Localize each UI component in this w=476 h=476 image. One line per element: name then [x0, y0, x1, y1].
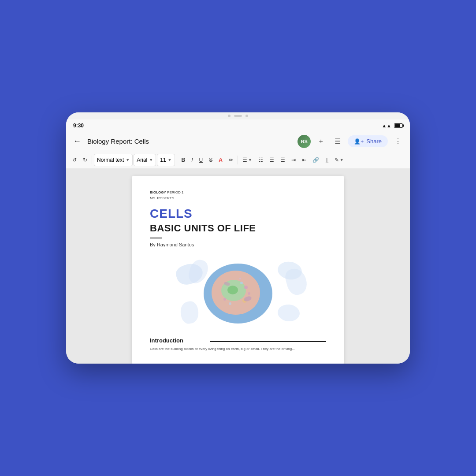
intro-section: Introduction Cells are the building bloc… [150, 337, 326, 352]
toolbar-divider-2 [177, 156, 177, 164]
bullet-list-button[interactable]: ☰ [267, 154, 277, 166]
status-right: ▲▲ [382, 123, 403, 128]
share-icon: 👤+ [354, 138, 364, 145]
text-color-button[interactable]: A [216, 154, 225, 166]
indent-button[interactable]: ⇥ [289, 154, 298, 166]
comment-button[interactable]: ☰ [331, 135, 344, 148]
underline-button[interactable]: U [197, 154, 206, 166]
undo-button[interactable]: ↺ [70, 154, 79, 166]
font-select[interactable]: Arial ▼ [134, 154, 156, 166]
svg-point-11 [229, 302, 231, 305]
section-title: Introduction [150, 337, 183, 344]
svg-point-4 [244, 286, 248, 289]
redo-button[interactable]: ↻ [80, 154, 90, 166]
content-area: BIOLOGY PERIOD 1 MS. ROBERTS CELLS BASIC… [66, 169, 410, 364]
share-button[interactable]: 👤+ Share [348, 135, 388, 147]
bold-button[interactable]: B [179, 154, 188, 166]
tablet: 9:30 ▲▲ ← Biology Report: Cells RS + ☰ 👤… [66, 112, 410, 364]
meta-bold: BIOLOGY [150, 190, 166, 194]
font-chevron: ▼ [149, 158, 153, 162]
document-page: BIOLOGY PERIOD 1 MS. ROBERTS CELLS BASIC… [132, 176, 344, 364]
avatar[interactable]: RS [298, 135, 311, 148]
add-button[interactable]: + [314, 135, 327, 148]
clear-format-button[interactable]: T̲ [323, 154, 331, 166]
camera-dot [228, 115, 231, 117]
author: By Raymond Santos [150, 242, 326, 247]
outdent-button[interactable]: ⇤ [299, 154, 309, 166]
battery-icon [394, 123, 403, 128]
tablet-top-bar [66, 112, 410, 119]
time-display: 9:30 [73, 123, 84, 129]
meta-period: PERIOD 1 [166, 190, 184, 194]
speaker [234, 115, 242, 117]
meta-teacher: MS. ROBERTS [150, 196, 174, 200]
app-bar-actions: RS + ☰ 👤+ Share ⋮ [298, 135, 405, 148]
document-title: Biology Report: Cells [87, 138, 293, 145]
more-options-button[interactable]: ⋮ [391, 135, 405, 148]
app-bar: ← Biology Report: Cells RS + ☰ 👤+ Share … [66, 132, 410, 151]
svg-point-8 [240, 282, 243, 284]
italic-button[interactable]: I [189, 154, 195, 166]
title-divider [150, 238, 162, 238]
font-size-select[interactable]: 11 ▼ [157, 154, 175, 166]
toolbar-divider-1 [92, 156, 92, 164]
back-button[interactable]: ← [71, 135, 83, 148]
svg-point-3 [227, 286, 238, 294]
format-button[interactable]: ☷ [256, 154, 266, 166]
blob-4 [283, 266, 309, 297]
align-button[interactable]: ☰▼ [240, 154, 255, 166]
subtitle: BASIC UNITS OF LIFE [150, 223, 326, 234]
link-button[interactable]: 🔗 [310, 154, 322, 166]
body-text: Cells are the building blocks of every l… [150, 346, 326, 352]
pen-button[interactable]: ✎▼ [332, 154, 346, 166]
toolbar-divider-3 [238, 156, 238, 164]
style-chevron: ▼ [126, 158, 130, 162]
text-style-select[interactable]: Normal text ▼ [94, 154, 133, 166]
highlight-button[interactable]: ✏ [226, 154, 236, 166]
doc-meta: BIOLOGY PERIOD 1 MS. ROBERTS [150, 190, 326, 201]
svg-point-12 [239, 278, 241, 279]
sensor-dot [245, 115, 248, 117]
svg-point-6 [223, 298, 226, 301]
wifi-icon: ▲▲ [382, 123, 391, 128]
cell-illustration [150, 255, 326, 330]
toolbar: ↺ ↻ Normal text ▼ Arial ▼ 11 ▼ B I U S A… [66, 151, 410, 169]
status-bar: 9:30 ▲▲ [66, 119, 410, 132]
strikethrough-button[interactable]: S [206, 154, 215, 166]
size-chevron: ▼ [168, 158, 172, 162]
numbered-list-button[interactable]: ☰ [278, 154, 288, 166]
main-title: CELLS [150, 207, 326, 221]
svg-point-5 [248, 292, 250, 295]
section-divider [210, 341, 326, 342]
